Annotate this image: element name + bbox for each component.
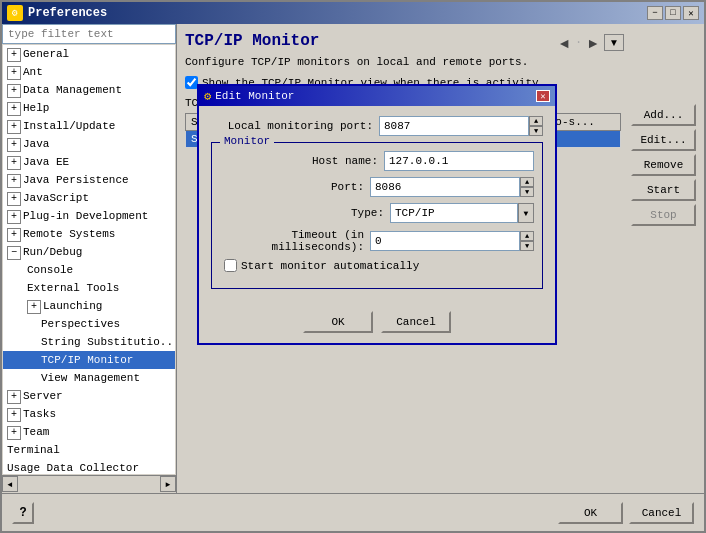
cancel-button[interactable]: Cancel <box>629 502 694 524</box>
tree-item-usage-data[interactable]: Usage Data Collector <box>3 459 175 475</box>
expander-help[interactable]: + <box>7 102 21 116</box>
expander-remote-systems[interactable]: + <box>7 228 21 242</box>
nav-back-btn[interactable]: ◄ <box>557 35 571 51</box>
auto-start-checkbox[interactable] <box>224 259 237 272</box>
local-port-label: Local monitoring port: <box>211 120 379 132</box>
expander-java-persistence[interactable]: + <box>7 174 21 188</box>
titlebar-left: ⚙ Preferences <box>7 5 107 21</box>
scroll-left-btn[interactable]: ◄ <box>2 476 18 492</box>
local-port-input[interactable] <box>379 116 529 136</box>
expander-general[interactable]: + <box>7 48 21 62</box>
tree-item-general[interactable]: +General <box>3 45 175 63</box>
main-window: ⚙ Preferences − □ ✕ +General +Ant +D <box>0 0 706 533</box>
expander-java[interactable]: + <box>7 138 21 152</box>
stop-button[interactable]: Stop <box>631 204 696 226</box>
content-area: +General +Ant +Data Management +Help +In… <box>2 24 704 493</box>
maximize-button[interactable]: □ <box>665 6 681 20</box>
scroll-right-btn[interactable]: ► <box>160 476 176 492</box>
edit-button[interactable]: Edit... <box>631 129 696 151</box>
expander-plugin-dev[interactable]: + <box>7 210 21 224</box>
host-label: Host name: <box>220 155 384 167</box>
timeout-label: Timeout (in milliseconds): <box>220 229 370 253</box>
tree-item-terminal[interactable]: Terminal <box>3 441 175 459</box>
monitor-group-label: Monitor <box>220 135 274 147</box>
dialog-bottom: OK Cancel <box>199 305 555 343</box>
tree-item-external-tools[interactable]: External Tools <box>3 279 175 297</box>
expander-ant[interactable]: + <box>7 66 21 80</box>
expander-tasks[interactable]: + <box>7 408 21 422</box>
tree-item-java-ee[interactable]: +Java EE <box>3 153 175 171</box>
tree-item-plugin-dev[interactable]: +Plug-in Development <box>3 207 175 225</box>
titlebar-buttons: − □ ✕ <box>647 6 699 20</box>
tree-item-launching[interactable]: +Launching <box>3 297 175 315</box>
window-icon: ⚙ <box>7 5 23 21</box>
dialog-cancel-button[interactable]: Cancel <box>381 311 451 333</box>
tree-item-tcpip-monitor[interactable]: TCP/IP Monitor <box>3 351 175 369</box>
port-input-group: ▲ ▼ <box>370 177 534 197</box>
tree-item-console[interactable]: Console <box>3 261 175 279</box>
minimize-button[interactable]: − <box>647 6 663 20</box>
tree-item-java[interactable]: +Java <box>3 135 175 153</box>
filter-input[interactable] <box>2 24 176 44</box>
port-up-btn[interactable]: ▲ <box>520 177 534 187</box>
port-down-btn[interactable]: ▼ <box>520 187 534 197</box>
right-buttons: Add... Edit... Remove Start Stop <box>631 104 696 226</box>
port-input[interactable] <box>370 177 520 197</box>
expander-launching[interactable]: + <box>27 300 41 314</box>
dialog-close-button[interactable]: ✕ <box>536 90 550 102</box>
expander-data-management[interactable]: + <box>7 84 21 98</box>
add-button[interactable]: Add... <box>631 104 696 126</box>
nav-dropdown-btn[interactable]: ▼ <box>604 34 624 51</box>
auto-start-row: Start monitor automatically <box>224 259 534 272</box>
nav-forward-btn[interactable]: ► <box>586 35 600 51</box>
port-spinners: ▲ ▼ <box>520 177 534 197</box>
expander-run-debug[interactable]: − <box>7 246 21 260</box>
expander-javascript[interactable]: + <box>7 192 21 206</box>
tree-item-team[interactable]: +Team <box>3 423 175 441</box>
timeout-row: Timeout (in milliseconds): ▲ ▼ <box>220 229 534 253</box>
tree-item-javascript[interactable]: +JavaScript <box>3 189 175 207</box>
expander-server[interactable]: + <box>7 390 21 404</box>
nav-separator: · <box>575 36 582 50</box>
timeout-down-btn[interactable]: ▼ <box>520 241 534 251</box>
tree-item-install-update[interactable]: +Install/Update <box>3 117 175 135</box>
type-select-arrow[interactable]: ▼ <box>518 203 534 223</box>
start-button[interactable]: Start <box>631 179 696 201</box>
local-port-input-group: ▲ ▼ <box>379 116 543 136</box>
expander-team[interactable]: + <box>7 426 21 440</box>
tree-item-string-substitution[interactable]: String Substitutio... <box>3 333 175 351</box>
host-input[interactable] <box>384 151 534 171</box>
dialog-ok-button[interactable]: OK <box>303 311 373 333</box>
local-port-up-btn[interactable]: ▲ <box>529 116 543 126</box>
tree-item-help[interactable]: +Help <box>3 99 175 117</box>
type-row: Type: TCP/IP ▼ <box>220 203 534 223</box>
timeout-up-btn[interactable]: ▲ <box>520 231 534 241</box>
tree-item-view-management[interactable]: View Management <box>3 369 175 387</box>
help-button[interactable]: ? <box>12 502 34 524</box>
tree-item-server[interactable]: +Server <box>3 387 175 405</box>
tree-item-run-debug[interactable]: −Run/Debug <box>3 243 175 261</box>
timeout-input[interactable] <box>370 231 520 251</box>
remove-button[interactable]: Remove <box>631 154 696 176</box>
tree-area[interactable]: +General +Ant +Data Management +Help +In… <box>2 44 176 475</box>
tree-item-remote-systems[interactable]: +Remote Systems <box>3 225 175 243</box>
tree-item-ant[interactable]: +Ant <box>3 63 175 81</box>
timeout-input-group: ▲ ▼ <box>370 231 534 251</box>
ok-button[interactable]: OK <box>558 502 623 524</box>
tree-item-perspectives[interactable]: Perspectives <box>3 315 175 333</box>
dialog-body: Local monitoring port: ▲ ▼ Monitor <box>199 106 555 305</box>
timeout-spinners: ▲ ▼ <box>520 231 534 251</box>
right-panel: ◄ · ► ▼ TCP/IP Monitor Configure TCP/IP … <box>177 24 704 493</box>
monitor-group: Monitor Host name: Port: <box>211 142 543 289</box>
tree-item-tasks[interactable]: +Tasks <box>3 405 175 423</box>
left-panel: +General +Ant +Data Management +Help +In… <box>2 24 177 493</box>
local-port-down-btn[interactable]: ▼ <box>529 126 543 136</box>
dialog-title: Edit Monitor <box>215 90 294 102</box>
tree-item-data-management[interactable]: +Data Management <box>3 81 175 99</box>
port-label: Port: <box>220 181 370 193</box>
tree-item-java-persistence[interactable]: +Java Persistence <box>3 171 175 189</box>
expander-install-update[interactable]: + <box>7 120 21 134</box>
expander-java-ee[interactable]: + <box>7 156 21 170</box>
close-button[interactable]: ✕ <box>683 6 699 20</box>
type-select[interactable]: TCP/IP <box>390 203 518 223</box>
